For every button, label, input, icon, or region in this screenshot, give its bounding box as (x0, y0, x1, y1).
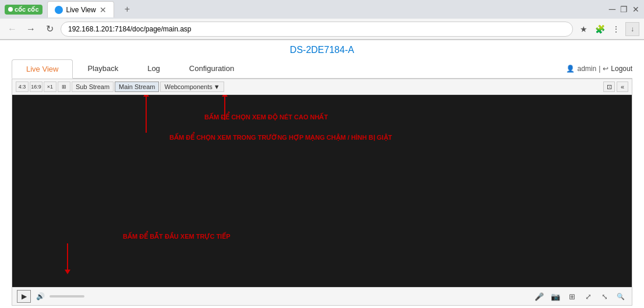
right-controls: 🎤 📷 ⊞ ⤢ ⤡ 🔍 (533, 290, 627, 303)
webcomponents-label: Webcomponents (164, 83, 212, 90)
forward-button[interactable]: → (23, 22, 38, 37)
tab-close-button[interactable]: ✕ (100, 5, 107, 15)
annotation-text3: BẤM ĐỂ BẮT ĐẦU XEM TRỰC TIẾP (123, 233, 231, 240)
logo-dot (8, 7, 13, 12)
annotation-sub-stream: BẤM ĐỂ CHỌN XEM TRONG TRƯỜNG HỢP MẠNG CH… (169, 133, 392, 141)
search-button[interactable]: 🔍 (614, 290, 627, 303)
coccoc-logo: cốc cốc (5, 5, 43, 15)
device-title: DS-2DE7184-A (290, 45, 354, 55)
tab-log[interactable]: Log (133, 59, 175, 78)
minimize-window-button[interactable]: ─ (609, 4, 615, 15)
main-stream-button[interactable]: Main Stream (115, 82, 159, 92)
toolbar-icon1-button[interactable]: ⊡ (603, 82, 615, 92)
nav-tabs: Live View Playback Log Configuration 👤 a… (12, 59, 632, 79)
restore-window-button[interactable]: ❐ (620, 5, 628, 14)
play-button[interactable]: ▶ (17, 290, 31, 303)
recording-button[interactable]: ⊞ (565, 290, 578, 303)
toolbar-icons: ★ 🧩 ⋮ ↓ (576, 22, 639, 36)
browser-tab[interactable]: Live View ✕ (47, 1, 114, 17)
page-header: DS-2DE7184-A ? (12, 45, 632, 55)
user-icon: 👤 (566, 65, 575, 73)
annotation-text2: BẤM ĐỂ CHỌN XEM TRONG TRƯỜNG HỢP MẠNG CH… (169, 134, 392, 141)
annotation-play: BẤM ĐỂ BẮT ĐẦU XEM TRỰC TIẾP (123, 232, 231, 240)
page-content: DS-2DE7184-A ? Live View Playback Log Co… (0, 40, 644, 308)
dropdown-arrow: ▼ (214, 83, 220, 90)
menu-icon[interactable]: ⋮ (609, 22, 623, 36)
toolbar-right: ⊡ « (603, 82, 628, 92)
user-info: 👤 admin | ↩ Logout (566, 65, 632, 73)
video-display: BẤM ĐỂ CHỌN XEM ĐỘ NÉT CAO NHẤT BẤM ĐỂ C… (12, 95, 632, 287)
address-bar: ← → ↻ ★ 🧩 ⋮ ↓ (0, 19, 644, 40)
logout-icon: ↩ (603, 65, 608, 73)
webcomponents-dropdown[interactable]: Webcomponents ▼ (160, 82, 224, 92)
tab-favicon (55, 6, 63, 14)
mic-button[interactable]: 🎤 (533, 290, 546, 303)
tab-playback[interactable]: Playback (73, 59, 133, 78)
sub-stream-button[interactable]: Sub Stream (72, 82, 114, 92)
back-button[interactable]: ← (5, 22, 20, 37)
fullscreen-button[interactable]: ⤢ (582, 290, 595, 303)
close-window-button[interactable]: ✕ (632, 5, 639, 14)
video-container: 4:3 16:9 ×1 ⊞ Sub Stream Main Stream Web… (12, 79, 632, 306)
volume-button[interactable]: 🔊 (34, 290, 46, 303)
minimize-button[interactable]: ⤡ (598, 290, 611, 303)
grid-button[interactable]: ⊞ (58, 82, 70, 92)
logout-link[interactable]: Logout (611, 65, 632, 73)
volume-slider[interactable] (49, 295, 84, 298)
browser-chrome: cốc cốc Live View ✕ + ─ ❐ ✕ ← → ↻ ★ 🧩 ⋮ … (0, 0, 644, 40)
bookmark-icon[interactable]: ★ (576, 22, 590, 36)
aspect-43-button[interactable]: 4:3 (16, 82, 29, 92)
new-tab-button[interactable]: + (119, 1, 136, 18)
video-controls: ▶ 🔊 🎤 📷 ⊞ ⤢ ⤡ 🔍 (12, 287, 632, 305)
tab-configuration[interactable]: Configuration (175, 59, 249, 78)
separator: | (599, 65, 600, 73)
snapshot-button[interactable]: 📷 (549, 290, 562, 303)
zoom-1x-button[interactable]: ×1 (44, 82, 56, 92)
address-input[interactable] (61, 22, 573, 37)
tab-live-view[interactable]: Live View (12, 59, 73, 79)
refresh-button[interactable]: ↻ (42, 22, 57, 37)
username: admin (577, 65, 596, 73)
annotation-main-stream: BẤM ĐỂ CHỌN XEM ĐỘ NÉT CAO NHẤT (204, 112, 328, 121)
logo-text: cốc cốc (15, 6, 39, 13)
toolbar-collapse-button[interactable]: « (617, 82, 628, 92)
download-icon[interactable]: ↓ (625, 22, 639, 36)
video-toolbar: 4:3 16:9 ×1 ⊞ Sub Stream Main Stream Web… (12, 79, 632, 95)
title-bar: cốc cốc Live View ✕ + ─ ❐ ✕ (0, 0, 644, 19)
tab-title: Live View (66, 6, 96, 14)
aspect-169-button[interactable]: 16:9 (30, 82, 43, 92)
annotation-text1: BẤM ĐỂ CHỌN XEM ĐỘ NÉT CAO NHẤT (204, 114, 328, 121)
extensions-icon[interactable]: 🧩 (593, 22, 607, 36)
